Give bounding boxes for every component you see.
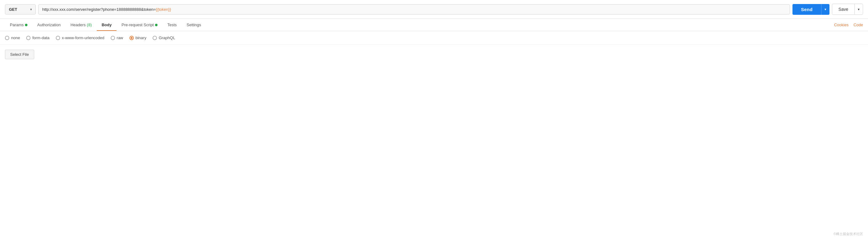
method-dropdown[interactable]: GET ▾ [5, 4, 36, 14]
option-binary-label: binary [135, 35, 147, 40]
url-prefix: http://xxx.xxx.com/server/register?phone… [42, 7, 156, 12]
send-button[interactable]: Send [793, 4, 821, 15]
send-chevron-icon: ▾ [825, 7, 827, 11]
tab-settings[interactable]: Settings [182, 19, 206, 31]
radio-urlencoded-icon [56, 36, 60, 40]
option-binary[interactable]: binary [129, 35, 147, 40]
tab-headers-label: Headers [70, 23, 86, 27]
tab-tests-label: Tests [167, 23, 177, 27]
option-urlencoded-label: x-www-form-urlencoded [62, 35, 104, 40]
params-dot-icon [25, 24, 27, 26]
tab-prerequest-label: Pre-request Script [121, 23, 154, 27]
tab-body[interactable]: Body [97, 19, 117, 31]
option-form-data-label: form-data [32, 35, 50, 40]
select-file-button[interactable]: Select File [5, 50, 34, 59]
tab-params-label: Params [10, 23, 24, 27]
option-x-www-form-urlencoded[interactable]: x-www-form-urlencoded [56, 35, 104, 40]
save-dropdown-button[interactable]: ▾ [855, 4, 863, 15]
radio-raw-icon [111, 36, 115, 40]
tab-body-label: Body [102, 23, 112, 27]
tab-settings-label: Settings [186, 23, 201, 27]
radio-form-data-icon [26, 36, 31, 40]
select-file-area: Select File [0, 45, 868, 64]
radio-graphql-icon [153, 36, 157, 40]
code-link[interactable]: Code [854, 23, 863, 27]
tab-authorization-label: Authorization [37, 23, 61, 27]
tabs-bar: Params Authorization Headers (8) Body Pr… [0, 19, 868, 31]
save-chevron-icon: ▾ [858, 7, 860, 11]
url-template-part: {{token}} [156, 7, 171, 12]
method-label: GET [9, 7, 17, 12]
tab-authorization[interactable]: Authorization [32, 19, 66, 31]
tab-tests[interactable]: Tests [162, 19, 182, 31]
prerequest-dot-icon [155, 24, 157, 26]
top-bar: GET ▾ http://xxx.xxx.com/server/register… [0, 0, 868, 19]
send-dropdown-button[interactable]: ▾ [821, 4, 830, 15]
option-graphql-label: GraphQL [159, 35, 175, 40]
option-form-data[interactable]: form-data [26, 35, 50, 40]
body-options: none form-data x-www-form-urlencoded raw… [0, 31, 868, 45]
radio-none-icon [5, 36, 9, 40]
option-raw[interactable]: raw [111, 35, 123, 40]
save-button[interactable]: Save [832, 4, 855, 15]
option-graphql[interactable]: GraphQL [153, 35, 175, 40]
tabs-left: Params Authorization Headers (8) Body Pr… [5, 19, 834, 31]
url-bar[interactable]: http://xxx.xxx.com/server/register?phone… [38, 4, 790, 14]
cookies-link[interactable]: Cookies [834, 23, 848, 27]
save-button-group: Save ▾ [832, 4, 863, 15]
tab-prerequest[interactable]: Pre-request Script [117, 19, 162, 31]
tabs-right: Cookies Code [834, 23, 863, 27]
send-button-group: Send ▾ [793, 4, 830, 15]
tab-params[interactable]: Params [5, 19, 32, 31]
tab-headers[interactable]: Headers (8) [66, 19, 97, 31]
method-chevron-icon: ▾ [30, 8, 32, 11]
option-raw-label: raw [117, 35, 123, 40]
radio-binary-icon [129, 36, 134, 40]
option-none-label: none [11, 35, 20, 40]
headers-badge: (8) [87, 23, 92, 27]
option-none[interactable]: none [5, 35, 20, 40]
